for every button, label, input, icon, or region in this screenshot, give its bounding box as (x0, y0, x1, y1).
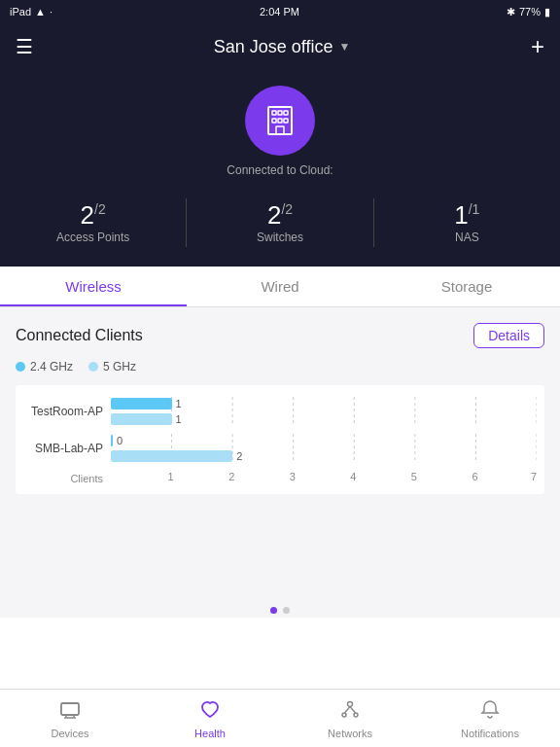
nav-networks[interactable]: Networks (280, 691, 420, 747)
svg-line-29 (345, 706, 351, 713)
legend-dot-5 (88, 362, 98, 372)
x-tick-1: 1 (168, 471, 174, 482)
chart-row-smb: SMB-Lab-AP 0 2 (23, 434, 537, 463)
legend-label-24: 2.4 GHz (30, 360, 73, 374)
sw-label: Switches (257, 231, 303, 244)
stat-switches: 2/2 Switches (187, 201, 372, 245)
svg-point-26 (348, 701, 353, 706)
svg-rect-7 (276, 126, 284, 134)
status-right: ✱ 77% ▮ (507, 6, 550, 18)
top-header: ☰ San Jose office ▼ + (0, 23, 560, 70)
bottom-nav: Devices Health Networks No (0, 689, 560, 747)
status-left: iPad ▲ · (10, 6, 52, 18)
page-dots (0, 599, 560, 618)
svg-line-30 (350, 706, 356, 713)
bar-testroom-5: 1 (111, 412, 537, 426)
devices-icon (59, 698, 81, 725)
ap-label: Access Points (56, 231, 129, 244)
legend-label-5: 5 GHz (103, 360, 136, 374)
x-tick-4: 4 (350, 471, 356, 482)
networks-icon (339, 698, 361, 725)
stat-nas: 1/1 NAS (374, 201, 560, 245)
nav-notifications[interactable]: Notifications (420, 691, 560, 747)
health-icon (199, 698, 221, 725)
svg-rect-4 (272, 119, 276, 123)
signal-icon: · (50, 6, 52, 18)
clients-title: Connected Clients (16, 327, 143, 344)
svg-rect-2 (278, 111, 282, 115)
x-axis-clients-label: Clients (70, 473, 103, 484)
bar-fill-testroom-24 (111, 398, 172, 409)
nav-notifications-label: Notifications (461, 728, 519, 739)
battery-icon: ▮ (544, 6, 550, 18)
bar-label-testroom-24: 1 (176, 398, 182, 409)
menu-button[interactable]: ☰ (16, 35, 33, 58)
wifi-icon: ▲ (35, 6, 46, 18)
page-dot-2[interactable] (283, 607, 290, 614)
cloud-status: Connected to Cloud: (227, 163, 332, 177)
status-ipad: iPad (10, 6, 31, 18)
bar-testroom-24: 1 (111, 397, 537, 410)
svg-rect-5 (278, 119, 282, 123)
legend-dot-24 (16, 362, 25, 372)
svg-rect-6 (284, 119, 288, 123)
clients-header: Connected Clients Details (16, 323, 544, 348)
building-icon (245, 86, 315, 156)
sw-count: 2/2 (267, 201, 293, 230)
svg-point-27 (342, 713, 346, 717)
stats-row: 2/2 Access Points 2/2 Switches 1/1 NAS (0, 198, 560, 267)
nas-count: 1/1 (454, 201, 479, 230)
nav-health[interactable]: Health (140, 691, 280, 747)
tab-wireless[interactable]: Wireless (0, 267, 187, 306)
site-name: San Jose office (214, 37, 333, 57)
notifications-icon (479, 698, 501, 725)
svg-rect-3 (284, 111, 288, 115)
chart-area: TestRoom-AP 1 1 (16, 385, 544, 494)
legend: 2.4 GHz 5 GHz (16, 360, 544, 374)
site-title[interactable]: San Jose office ▼ (214, 37, 351, 57)
x-tick-6: 6 (472, 471, 477, 482)
ap-name-smb: SMB-Lab-AP (23, 442, 111, 455)
status-bar: iPad ▲ · 2:04 PM ✱ 77% ▮ (0, 0, 560, 23)
tab-storage[interactable]: Storage (373, 267, 560, 306)
bluetooth-icon: ✱ (507, 6, 515, 18)
bar-label-smb-24: 0 (117, 435, 122, 446)
svg-rect-22 (61, 703, 79, 715)
bar-smb-24: 0 (111, 434, 537, 447)
x-tick-5: 5 (411, 471, 417, 482)
bar-fill-smb-24 (111, 435, 113, 446)
x-tick-3: 3 (290, 471, 296, 482)
details-button[interactable]: Details (473, 323, 544, 348)
x-axis-ticks: 1 2 3 4 5 6 7 (111, 471, 537, 486)
nav-health-label: Health (194, 728, 226, 739)
stat-access-points: 2/2 Access Points (0, 201, 186, 245)
main-content: Connected Clients Details 2.4 GHz 5 GHz … (0, 307, 560, 599)
battery-label: 77% (519, 6, 541, 18)
tabs: Wireless Wired Storage (0, 267, 560, 307)
dropdown-arrow-icon: ▼ (338, 40, 350, 53)
bar-smb-5: 2 (111, 449, 537, 463)
ap-count: 2/2 (81, 201, 106, 230)
svg-point-28 (354, 713, 358, 717)
bar-fill-testroom-5 (111, 413, 172, 425)
x-tick-7: 7 (531, 471, 537, 482)
hero-section: Connected to Cloud: (0, 70, 560, 198)
tab-wired[interactable]: Wired (187, 267, 373, 306)
bar-fill-smb-5 (111, 450, 232, 462)
nav-networks-label: Networks (328, 728, 372, 739)
bar-label-smb-5: 2 (236, 450, 242, 462)
svg-rect-1 (272, 111, 276, 115)
add-button[interactable]: + (531, 33, 544, 60)
nas-label: NAS (455, 231, 479, 244)
nav-devices[interactable]: Devices (0, 691, 140, 747)
bar-label-testroom-5: 1 (176, 413, 182, 425)
legend-24ghz: 2.4 GHz (16, 360, 73, 374)
legend-5ghz: 5 GHz (88, 360, 136, 374)
chart-row-testroom: TestRoom-AP 1 1 (23, 397, 537, 426)
ap-name-testroom: TestRoom-AP (23, 405, 111, 418)
page-dot-1[interactable] (270, 607, 277, 614)
nav-devices-label: Devices (51, 728, 88, 739)
status-time: 2:04 PM (260, 6, 299, 18)
x-axis: Clients 1 2 3 4 5 6 7 (23, 471, 537, 486)
x-tick-2: 2 (228, 471, 234, 482)
